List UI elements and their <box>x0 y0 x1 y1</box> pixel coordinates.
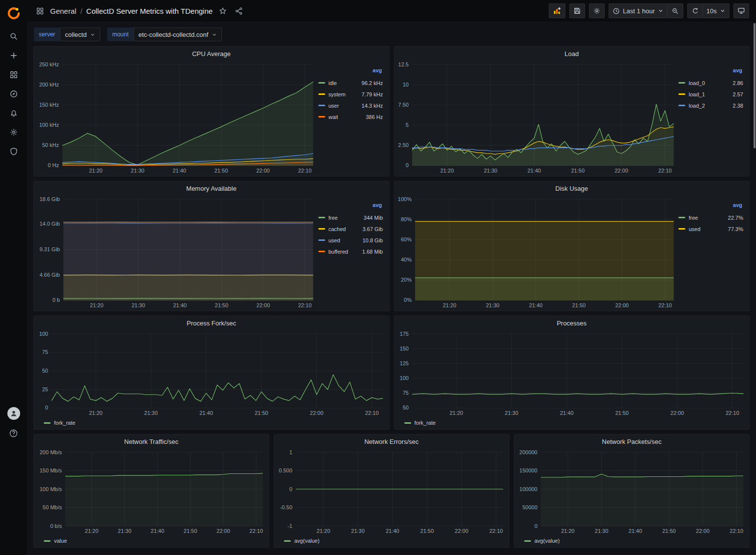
legend-item-load_2[interactable]: load_22.38 <box>678 100 743 111</box>
panel-legend: value <box>37 535 267 546</box>
sidebar-bottom <box>0 407 27 440</box>
chart-area[interactable]: 0 b4.66 Gib9.31 Gib14.0 Gib18.6 Gib21:20… <box>37 195 317 310</box>
svg-text:22:00: 22:00 <box>615 302 629 308</box>
legend-item-avg-value-[interactable]: avg(value) <box>524 535 560 546</box>
chart-area[interactable]: 05000010000015000020000021:2021:3021:402… <box>517 448 747 535</box>
chart-canvas[interactable]: 0 b4.66 Gib9.31 Gib14.0 Gib18.6 Gib21:20… <box>37 195 317 310</box>
chart-area[interactable]: 0 b/s50 Mb/s100 Mb/s150 Mb/s200 Mb/s21:2… <box>37 448 267 535</box>
chart-canvas[interactable]: 02.5057.501012.521:2021:3021:4021:5022:0… <box>397 60 678 175</box>
svg-text:21:20: 21:20 <box>440 168 454 174</box>
chart-canvas[interactable]: -1-0.5000.500121:2021:3021:4021:5022:002… <box>277 448 507 535</box>
legend-item-used[interactable]: used10.8 Gib <box>318 234 383 246</box>
dashboard-settings-button[interactable] <box>589 3 605 18</box>
svg-text:175: 175 <box>399 331 408 337</box>
variable-mount-value[interactable]: etc-collectd-collectd.conf <box>134 28 222 41</box>
svg-text:21:20: 21:20 <box>89 410 103 416</box>
create-icon[interactable] <box>0 46 27 65</box>
panel-title[interactable]: Network Errors/sec <box>274 435 509 448</box>
chart-canvas[interactable]: 507510012515017521:2021:3021:4021:5022:0… <box>397 330 748 417</box>
alerting-icon[interactable] <box>0 103 27 122</box>
apps-grid-icon[interactable] <box>34 6 46 16</box>
save-dashboard-button[interactable] <box>569 3 585 18</box>
panel-title[interactable]: Network Packets/sec <box>514 435 749 448</box>
breadcrumb-title[interactable]: CollectD Server Metrics with TDengine <box>86 7 213 15</box>
chart-area[interactable]: 0 Hz50 kHz100 kHz150 kHz200 kHz250 kHz21… <box>37 60 317 175</box>
panel-title[interactable]: Process Fork/sec <box>34 316 389 330</box>
search-icon[interactable] <box>0 27 27 46</box>
legend-series-name: cached <box>329 226 359 232</box>
zoom-out-button[interactable] <box>668 3 683 18</box>
chart-canvas[interactable]: 0 b/s50 Mb/s100 Mb/s150 Mb/s200 Mb/s21:2… <box>37 448 267 535</box>
legend-item-idle[interactable]: idle96.2 kHz <box>318 77 383 88</box>
time-range-picker[interactable]: Last 1 hour <box>609 3 668 18</box>
panel-title[interactable]: Network Traffic/sec <box>34 435 269 448</box>
avatar[interactable] <box>7 407 20 420</box>
chart-canvas[interactable]: 0 Hz50 kHz100 kHz150 kHz200 kHz250 kHz21… <box>37 60 317 175</box>
help-icon[interactable] <box>0 426 27 440</box>
scrollbar-thumb[interactable] <box>754 23 756 148</box>
svg-text:40%: 40% <box>400 257 411 263</box>
legend-item-fork_rate[interactable]: fork_rate <box>404 417 436 428</box>
svg-text:12.5: 12.5 <box>398 61 408 67</box>
svg-text:21:30: 21:30 <box>144 410 158 416</box>
legend-item-used[interactable]: used77.3% <box>678 223 743 234</box>
svg-text:0 b: 0 b <box>53 297 60 303</box>
legend-series-avg-value: 96.2 kHz <box>362 80 383 86</box>
chart-area[interactable]: 0%20%40%60%80%100%21:2021:3021:4021:5022… <box>397 195 678 310</box>
panel-title[interactable]: CPU Average <box>34 47 389 60</box>
chart-canvas[interactable]: 0%20%40%60%80%100%21:2021:3021:4021:5022… <box>397 195 678 310</box>
panel-title[interactable]: Disk Usage <box>394 181 750 195</box>
svg-text:-0.50: -0.50 <box>280 504 292 510</box>
chart-area[interactable]: -1-0.5000.500121:2021:3021:4021:5022:002… <box>277 448 507 535</box>
panel-title[interactable]: Processes <box>394 316 750 330</box>
chart-area[interactable]: 507510012515017521:2021:3021:4021:5022:0… <box>397 330 748 417</box>
star-icon[interactable] <box>217 6 229 16</box>
legend-item-buffered[interactable]: buffered1.68 Mib <box>318 246 383 257</box>
svg-text:21:50: 21:50 <box>615 410 629 416</box>
legend-avg-header: avg <box>678 202 743 212</box>
legend-series-name: fork_rate <box>415 420 436 426</box>
legend-item-value[interactable]: value <box>44 535 67 546</box>
configuration-icon[interactable] <box>0 122 27 142</box>
legend-item-fork_rate[interactable]: fork_rate <box>44 417 75 428</box>
svg-text:60%: 60% <box>400 236 411 242</box>
legend-item-load_1[interactable]: load_12.57 <box>678 88 743 100</box>
svg-text:0: 0 <box>534 523 537 529</box>
cycle-view-button[interactable] <box>733 3 749 18</box>
refresh-button[interactable] <box>687 3 703 18</box>
grafana-logo[interactable] <box>0 0 27 27</box>
variable-server-label: server <box>34 28 60 41</box>
svg-text:22:10: 22:10 <box>658 168 672 174</box>
chart-canvas[interactable]: 025507510021:2021:3021:4021:5022:0022:10 <box>37 330 387 417</box>
chevron-down-icon <box>720 8 726 14</box>
breadcrumb-section[interactable]: General <box>50 7 76 15</box>
svg-text:21:40: 21:40 <box>172 168 186 174</box>
series-color-dash <box>318 251 325 252</box>
panel-processes: Processes 507510012515017521:2021:3021:4… <box>394 316 750 430</box>
chart-area[interactable]: 02.5057.501012.521:2021:3021:4021:5022:0… <box>397 60 678 175</box>
add-panel-button[interactable] <box>549 3 565 18</box>
series-color-dash <box>678 217 685 218</box>
svg-text:21:50: 21:50 <box>215 302 228 308</box>
svg-text:21:40: 21:40 <box>560 410 574 416</box>
server-admin-icon[interactable] <box>0 142 27 161</box>
chart-area[interactable]: 025507510021:2021:3021:4021:5022:0022:10 <box>37 330 387 417</box>
chart-canvas[interactable]: 05000010000015000020000021:2021:3021:402… <box>517 448 747 535</box>
variable-server-value[interactable]: collectd <box>60 28 100 41</box>
legend-item-load_0[interactable]: load_02.86 <box>678 77 743 88</box>
refresh-interval-picker[interactable]: 10s <box>703 3 729 18</box>
svg-text:21:30: 21:30 <box>486 302 500 308</box>
panel-title[interactable]: Memory Available <box>34 181 389 195</box>
dashboards-icon[interactable] <box>0 65 27 84</box>
legend-item-user[interactable]: user14.3 kHz <box>318 100 383 111</box>
panel-title[interactable]: Load <box>394 47 750 60</box>
svg-text:0.500: 0.500 <box>279 467 292 473</box>
legend-item-cached[interactable]: cached3.67 Gib <box>318 223 383 234</box>
explore-icon[interactable] <box>0 84 27 103</box>
legend-item-wait[interactable]: wait386 Hz <box>318 111 383 122</box>
legend-item-free[interactable]: free22.7% <box>678 212 743 223</box>
legend-item-avg-value-[interactable]: avg(value) <box>284 535 319 546</box>
legend-item-system[interactable]: system7.79 kHz <box>318 88 383 100</box>
legend-item-free[interactable]: free344 Mib <box>318 212 383 223</box>
share-icon[interactable] <box>233 6 245 16</box>
